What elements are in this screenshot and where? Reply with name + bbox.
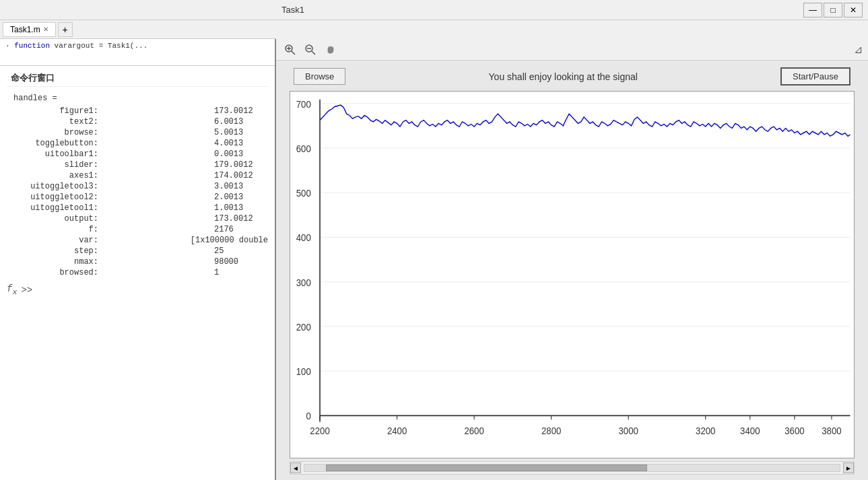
cmd-row: f:2176 [7,224,268,235]
svg-text:500: 500 [296,188,311,199]
cmd-key: f: [7,225,101,234]
cmd-key: browse: [7,128,101,137]
svg-text:2200: 2200 [310,425,330,436]
svg-text:3200: 3200 [696,425,716,436]
window-title: Task1 [281,5,304,15]
cmd-row: figure1:173.0012 [7,106,268,116]
browse-button[interactable]: Browse [294,68,345,85]
pan-icon [325,44,337,56]
cmd-row: text2:6.0013 [7,116,268,127]
cmd-val: 3.0013 [214,182,268,191]
svg-text:0: 0 [306,411,311,422]
svg-text:100: 100 [296,367,311,378]
controls-row: Browse You shall enjoy looking at the si… [287,67,857,85]
cmd-val: 4.0013 [214,139,268,148]
svg-text:3800: 3800 [822,425,842,436]
svg-line-5 [312,51,315,55]
status-text: You shall enjoy looking at the signal [489,71,638,82]
cmd-key: text2: [7,117,101,127]
cmd-row: step:25 [7,246,268,256]
svg-line-1 [292,51,295,55]
cmd-row: browse:5.0013 [7,127,268,138]
cmd-key: uitoggletool3: [7,182,101,191]
chart-container: 700 600 500 400 300 200 100 0 [290,91,855,458]
scroll-area[interactable]: ◄ ► [290,461,855,475]
cmd-val: 174.0012 [214,171,268,180]
svg-text:2400: 2400 [387,425,407,436]
svg-text:700: 700 [296,99,311,110]
cmd-key: uitoggletool1: [7,203,101,213]
cmd-key: nmax: [7,257,101,267]
svg-text:3400: 3400 [740,425,760,436]
handles-label: handles = [13,94,57,103]
handles-output: handles = [7,91,268,106]
prompt-chevron: >> [21,285,32,296]
cmd-key: figure1: [7,106,101,116]
cmd-row: uitoolbar1:0.0013 [7,149,268,160]
cmd-key: output: [7,214,101,224]
pan-button[interactable] [322,42,339,58]
title-bar-left: Task1 [5,5,304,15]
zoom-in-button[interactable] [281,42,299,58]
figure-content: Browse You shall enjoy looking at the si… [276,61,868,480]
editor-tab-label: Task1.m [10,25,40,34]
scroll-thumb[interactable] [326,465,647,471]
cmd-val: 2.0013 [214,193,268,202]
tab-close-icon[interactable]: ✕ [43,26,48,33]
right-panel: ⊿ Browse You shall enjoy looking at the … [276,39,868,480]
signal-chart: 700 600 500 400 300 200 100 0 [290,92,854,458]
svg-text:200: 200 [296,322,311,333]
cmd-key: step: [7,246,101,256]
cmd-val: 173.0012 [214,106,268,116]
left-panel: · function varargout = Task1(... 命令行窗口 h… [0,39,276,480]
scroll-right-button[interactable]: ► [843,462,854,473]
editor-area[interactable]: · function varargout = Task1(... [0,39,275,66]
restore-button[interactable]: □ [824,3,842,18]
start-pause-button[interactable]: Start/Pause [780,67,850,85]
zoom-out-button[interactable] [302,42,319,58]
cmd-row: browsed:1 [7,267,268,278]
svg-text:2800: 2800 [541,425,562,436]
tab-bar: Task1.m ✕ + [0,20,276,39]
cmd-key: togglebutton: [7,139,101,148]
cmd-key: var: [7,236,101,245]
new-tab-button[interactable]: + [58,22,73,37]
close-button[interactable]: ✕ [844,3,863,18]
cmd-key: axes1: [7,171,101,180]
svg-text:600: 600 [296,143,311,154]
cmd-val: 25 [214,246,268,256]
svg-text:3000: 3000 [619,425,639,436]
svg-text:3600: 3600 [784,425,805,436]
editor-tab[interactable]: Task1.m ✕ [3,22,56,37]
cmd-row: uitoggletool2:2.0013 [7,192,268,203]
figure-toolbar: ⊿ [276,39,868,61]
svg-text:400: 400 [296,233,311,244]
cmd-row: slider:179.0012 [7,160,268,170]
scroll-left-button[interactable]: ◄ [290,462,301,473]
cmd-val: 5.0013 [214,128,268,137]
title-bar: Task1 — □ ✕ [0,0,868,20]
title-bar-right: — □ ✕ [803,3,863,18]
cmd-val: 0.0013 [214,149,268,159]
cmd-val: 173.0012 [214,214,268,224]
zoom-in-icon [284,44,296,56]
command-window: 命令行窗口 handles = figure1:173.0012text2:6.… [0,66,275,480]
cmd-row: nmax:98000 [7,256,268,267]
zoom-out-icon [304,44,316,56]
scroll-track[interactable] [304,464,840,472]
cmd-key: slider: [7,160,101,170]
cmd-val: 2176 [214,225,268,234]
minimize-button[interactable]: — [803,3,822,18]
signal-polyline [320,105,850,136]
cmd-key: uitoolbar1: [7,149,101,159]
cmd-val: 6.0013 [214,117,268,127]
svg-text:2600: 2600 [464,425,484,436]
cmd-row: axes1:174.0012 [7,170,268,181]
cmd-rows: figure1:173.0012text2:6.0013browse:5.001… [7,106,268,278]
cmd-row: uitoggletool3:3.0013 [7,181,268,192]
cmd-val: 98000 [214,257,268,267]
svg-text:300: 300 [296,277,311,288]
cmd-val: 179.0012 [214,160,268,170]
cmd-row: togglebutton:4.0013 [7,138,268,149]
cmd-row: uitoggletool1:1.0013 [7,203,268,213]
